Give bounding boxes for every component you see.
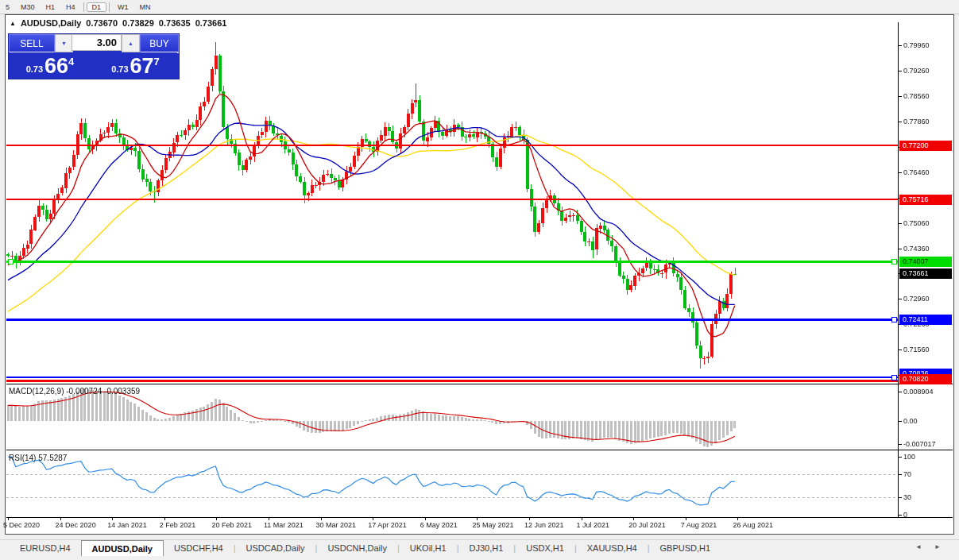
date-tick-mark — [216, 518, 217, 520]
symbol-marker-icon: ▲ — [10, 20, 16, 27]
volume-increase-button[interactable]: ▲ — [122, 34, 140, 52]
hline-price-tag: 0.72411 — [899, 315, 952, 325]
rsi-tick-mark — [899, 474, 902, 475]
date-tick-mark — [582, 518, 582, 520]
date-tick-mark — [60, 518, 61, 520]
buy-price-display[interactable]: 0.73 67 7 — [94, 52, 177, 78]
pane-border-rsi — [6, 517, 953, 518]
price-tick-label: 0.72960 — [903, 295, 930, 303]
date-tick-label: 5 Dec 2020 — [3, 521, 40, 529]
pane-border-main — [6, 384, 953, 384]
hline-price-tag: 0.75716 — [899, 195, 952, 205]
tab-bar-spacer — [0, 540, 10, 556]
buy-button[interactable]: BUY — [140, 34, 179, 53]
chart-tab-usdcnh[interactable]: USDCNH,Daily — [317, 540, 397, 556]
rsi-tick-mark — [899, 497, 902, 498]
date-tick-label: 30 Mar 2021 — [316, 521, 357, 529]
date-tick-mark — [373, 518, 373, 520]
rsi-tick-label: 30 — [903, 493, 911, 502]
macd-label: MACD(12,26,9) — [9, 387, 64, 396]
sell-price-display[interactable]: 0.73 66 4 — [9, 52, 91, 78]
date-tick-mark — [8, 518, 9, 520]
rsi-tick-label: 100 — [903, 453, 915, 462]
date-tick-label: 1 Jul 2021 — [577, 521, 610, 529]
date-tick-mark — [112, 518, 113, 520]
rsi-tick-label: 0 — [903, 511, 907, 519]
timeframe-button-5[interactable]: 5 — [0, 2, 15, 12]
sell-price-main: 66 — [44, 56, 68, 77]
macd-value-main: -0.000724 — [66, 387, 102, 396]
hline-price-tag: 0.70820 — [899, 374, 952, 384]
current-price-tag: 0.73661 — [899, 268, 952, 279]
timeframe-toolbar: 5M30H1H4D1W1MN — [0, 0, 959, 14]
date-tick-label: 11 Mar 2021 — [264, 521, 304, 529]
date-tick-mark — [633, 518, 634, 520]
line-handle[interactable] — [891, 375, 897, 380]
chart-tab-dj30[interactable]: DJ30,H1 — [459, 540, 514, 556]
price-tick-label: 0.79260 — [903, 67, 930, 75]
chart-tab-ukoil[interactable]: UKOil,H1 — [400, 540, 457, 556]
date-tick-label: 12 Jun 2021 — [524, 521, 564, 529]
sell-button[interactable]: SELL — [9, 34, 55, 53]
price-tick-mark — [899, 350, 902, 350]
chart-canvas[interactable] — [6, 22, 898, 517]
date-tick-label: 25 May 2021 — [472, 521, 513, 529]
timeframe-button-h1[interactable]: H1 — [41, 2, 61, 12]
date-tick-label: 7 Aug 2021 — [681, 521, 717, 529]
chart-tab-gbpusd[interactable]: GBPUSD,H1 — [650, 540, 721, 556]
macd-tick-label: -0.007017 — [903, 440, 936, 449]
price-tick-mark — [899, 45, 902, 46]
rsi-value: 57.5287 — [38, 454, 67, 462]
rsi-tick-label: 70 — [903, 470, 911, 479]
ohlc-low: 0.73635 — [159, 18, 191, 28]
line-handle[interactable] — [8, 259, 14, 265]
line-handle[interactable] — [891, 317, 897, 322]
macd-tick-mark — [899, 421, 902, 422]
date-tick-mark — [686, 518, 686, 520]
symbol-title: AUDUSD,Daily — [21, 18, 81, 28]
timeframe-button-m30[interactable]: M30 — [15, 2, 41, 12]
price-tick-label: 0.78560 — [903, 92, 930, 101]
price-tick-mark — [899, 172, 902, 173]
buy-price-base: 0.73 — [111, 64, 128, 74]
volume-decrease-button[interactable]: ▼ — [55, 34, 73, 52]
chart-tab-xauusd[interactable]: XAUUSD,H4 — [577, 540, 648, 556]
timeframe-button-h4[interactable]: H4 — [60, 2, 81, 12]
chart-tab-usdx[interactable]: USDX,H1 — [516, 540, 574, 556]
price-tick-label: 0.75060 — [903, 219, 930, 228]
date-tick-label: 26 Aug 2021 — [733, 521, 773, 529]
pane-border-macd — [6, 450, 953, 450]
date-tick-mark — [164, 518, 165, 520]
chart-tab-eurusd[interactable]: EURUSD,H4 — [10, 540, 81, 556]
sell-price-pip: 4 — [68, 56, 74, 68]
hline-price-tag: 0.74007 — [899, 257, 952, 267]
date-tick-label: 6 May 2021 — [420, 521, 458, 529]
macd-tick-label: 0.008904 — [903, 388, 934, 396]
ohlc-close: 0.73661 — [195, 18, 227, 28]
hline-price-tag: 0.77200 — [899, 141, 952, 151]
price-tick-mark — [899, 324, 902, 325]
ohlc-open: 0.73670 — [86, 18, 118, 28]
one-click-trade-panel: SELL ▼ 3.00 ▲ BUY 0.73 66 4 0.73 67 7 — [8, 33, 180, 79]
buy-price-pip: 7 — [154, 56, 160, 68]
rsi-label-row: RSI(14) 57.5287 — [9, 454, 67, 462]
price-tick-label: 0.76460 — [903, 168, 930, 177]
price-tick-mark — [899, 96, 902, 97]
timeframe-button-d1[interactable]: D1 — [87, 2, 107, 12]
date-tick-mark — [477, 518, 478, 520]
toolbar-separator — [109, 2, 110, 12]
timeframe-button-w1[interactable]: W1 — [112, 2, 134, 12]
date-tick-mark — [737, 518, 738, 520]
chart-title: ▲ AUDUSD,Daily 0.73670 0.73829 0.73635 0… — [10, 17, 226, 29]
line-handle[interactable] — [891, 259, 897, 265]
chart-tab-usdchf[interactable]: USDCHF,H4 — [164, 540, 234, 556]
tab-scroll-left-icon[interactable]: ◄ — [915, 543, 922, 550]
price-tick-mark — [899, 223, 902, 224]
chart-tab-audusd[interactable]: AUDUSD,Daily — [81, 540, 164, 556]
date-tick-label: 20 Feb 2021 — [211, 521, 252, 529]
chart-tab-usdcad[interactable]: USDCAD,Daily — [236, 540, 315, 556]
timeframe-button-mn[interactable]: MN — [134, 2, 157, 12]
tab-scroll-right-icon[interactable]: ► — [934, 543, 941, 550]
date-tick-mark — [321, 518, 322, 520]
volume-input[interactable]: 3.00 — [72, 34, 122, 51]
